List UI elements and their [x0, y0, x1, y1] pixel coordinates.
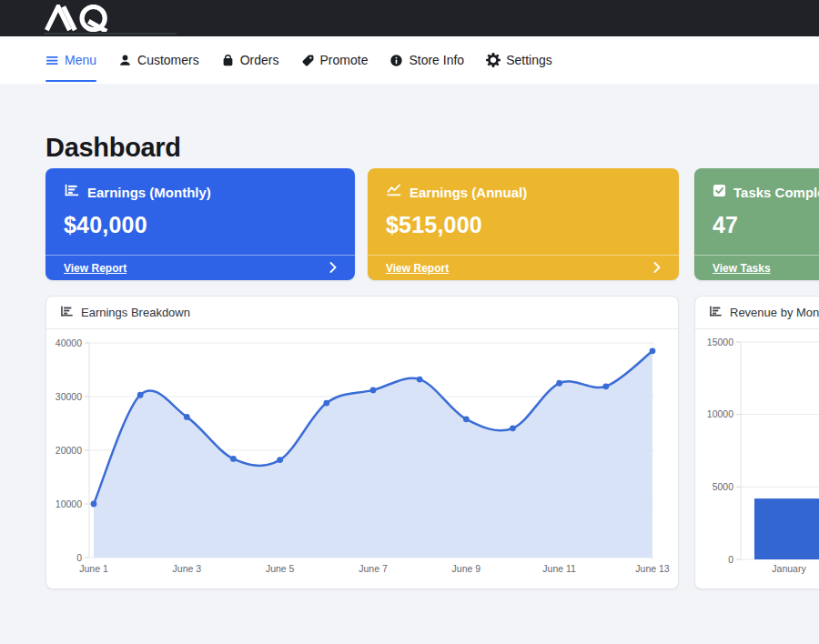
main-navbar: Menu Customers Orders Promote Store Info: [0, 36, 819, 84]
bar-chart-icon: [64, 184, 80, 200]
revenue-by-month-card: Revenue by Month 050001000015000January: [694, 296, 819, 589]
chart-title: Earnings Breakdown: [81, 306, 190, 319]
svg-text:10000: 10000: [707, 408, 733, 419]
svg-text:0: 0: [76, 552, 82, 563]
svg-text:June 9: June 9: [452, 563, 481, 574]
stat-card-earnings-monthly: Earnings (Monthly) $40,000 View Report: [46, 168, 355, 280]
stat-card-title: Tasks Completed: [733, 185, 819, 200]
view-report-link[interactable]: View Report: [64, 262, 126, 275]
nav-label: Settings: [506, 53, 552, 67]
revenue-bar-chart: 050001000015000January: [695, 329, 819, 590]
bar-chart-icon: [60, 306, 74, 320]
chevron-right-icon[interactable]: [653, 260, 661, 277]
view-tasks-link[interactable]: View Tasks: [713, 262, 771, 275]
nav-label: Orders: [240, 53, 279, 67]
nav-item-customers[interactable]: Customers: [118, 36, 199, 84]
svg-text:June 7: June 7: [359, 563, 388, 574]
page-title: Dashboard: [46, 133, 181, 163]
gear-icon: [486, 53, 500, 67]
shopping-bag-icon: [221, 54, 235, 67]
nav-item-store-info[interactable]: Store Info: [389, 36, 464, 84]
bar-chart-icon: [709, 306, 723, 320]
check-square-icon: [713, 184, 726, 200]
svg-text:June 5: June 5: [266, 563, 295, 574]
nav-label: Menu: [65, 53, 96, 67]
svg-text:June 1: June 1: [79, 563, 108, 574]
stat-card-value: $40,000: [64, 212, 337, 238]
svg-text:June 13: June 13: [635, 563, 670, 574]
nav-item-settings[interactable]: Settings: [486, 36, 552, 84]
stat-card-footer: View Report: [368, 255, 679, 280]
stat-card-tasks-completed: Tasks Completed 47 View Tasks: [694, 168, 819, 280]
svg-text:40000: 40000: [56, 337, 82, 348]
nav-item-promote[interactable]: Promote: [301, 36, 369, 84]
line-chart-icon: [386, 184, 402, 200]
svg-text:0: 0: [728, 554, 733, 565]
hamburger-icon: [46, 54, 59, 67]
nav-label: Customers: [137, 53, 199, 67]
top-app-bar: [0, 0, 819, 36]
tag-icon: [301, 54, 315, 67]
svg-text:January: January: [772, 563, 806, 574]
chart-card-header: Revenue by Month: [695, 297, 819, 329]
stat-card-title: Earnings (Annual): [410, 185, 527, 200]
chart-card-header: Earnings Breakdown: [46, 297, 678, 329]
earnings-breakdown-card: Earnings Breakdown 010000200003000040000…: [46, 296, 679, 589]
svg-text:15000: 15000: [707, 337, 733, 347]
svg-text:20000: 20000: [56, 445, 82, 456]
nav-item-menu[interactable]: Menu: [46, 36, 96, 84]
dashboard-page: Menu Customers Orders Promote Store Info: [0, 0, 819, 644]
nav-label: Store Info: [409, 53, 464, 67]
nav-label: Promote: [320, 53, 369, 67]
line-chart-area: 010000200003000040000June 1June 3June 5J…: [46, 329, 678, 594]
earnings-line-chart: 010000200003000040000June 1June 3June 5J…: [46, 329, 678, 590]
stat-card-title: Earnings (Monthly): [87, 185, 211, 200]
svg-text:30000: 30000: [56, 391, 82, 402]
stat-card-footer: View Tasks: [694, 255, 819, 280]
svg-text:June 3: June 3: [173, 563, 202, 574]
info-circle-icon: [389, 54, 403, 67]
brand-logo-icon: [44, 5, 124, 32]
person-icon: [118, 54, 132, 67]
stat-card-value: 47: [713, 212, 819, 238]
svg-text:10000: 10000: [56, 498, 82, 509]
chevron-right-icon[interactable]: [329, 260, 337, 277]
bar-chart-area: 050001000015000January: [695, 329, 819, 594]
stat-card-earnings-annual: Earnings (Annual) $515,000 View Report: [368, 168, 679, 280]
svg-text:5000: 5000: [713, 481, 734, 492]
view-report-link[interactable]: View Report: [386, 262, 449, 275]
chart-title: Revenue by Month: [730, 306, 819, 319]
stat-card-value: $515,000: [386, 212, 661, 238]
nav-item-orders[interactable]: Orders: [221, 36, 279, 84]
logo-underline: [44, 33, 177, 35]
stat-card-footer: View Report: [46, 255, 355, 280]
svg-text:June 11: June 11: [542, 563, 576, 574]
